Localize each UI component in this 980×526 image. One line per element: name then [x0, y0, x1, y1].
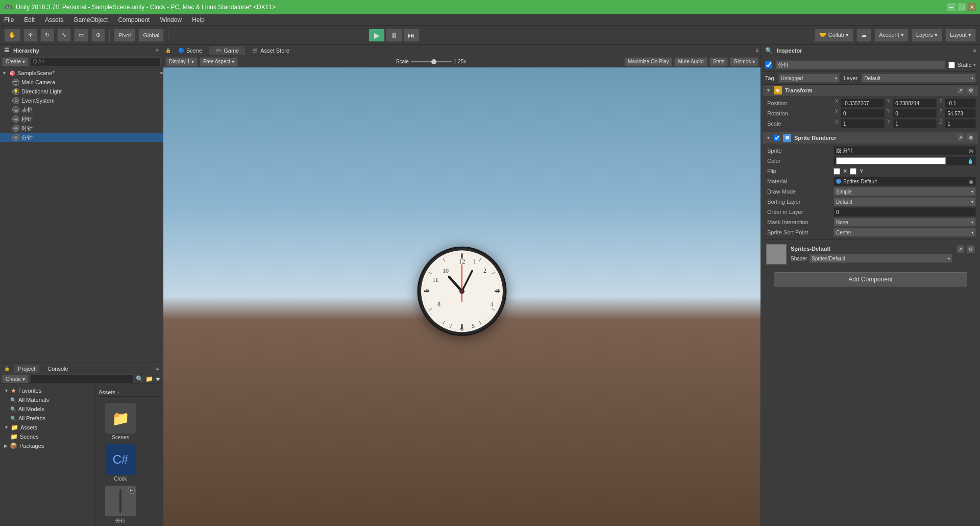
color-eyedropper-icon[interactable]: 💧	[967, 158, 973, 164]
cloud-button[interactable]: ☁	[856, 29, 871, 42]
add-component-button[interactable]: Add Component	[774, 272, 967, 286]
mute-button[interactable]: Mute Audio	[674, 57, 707, 66]
project-all-models[interactable]: 🔍 All Models	[0, 404, 94, 414]
rect-tool-button[interactable]: ▭	[74, 29, 88, 42]
flip-x-checkbox[interactable]	[834, 168, 840, 175]
order-layer-field[interactable]: 0	[834, 207, 976, 217]
flip-y-checkbox[interactable]	[850, 168, 856, 175]
pos-x-field[interactable]: -0.3357207	[841, 99, 885, 108]
account-button[interactable]: Account ▾	[874, 29, 909, 42]
project-scenes[interactable]: 📁 Scenes	[0, 432, 94, 441]
menu-gameobject[interactable]: GameObject	[71, 15, 110, 25]
menu-edit[interactable]: Edit	[22, 15, 37, 25]
rot-x-field[interactable]: 0	[841, 109, 885, 118]
scl-y-field[interactable]: 1	[893, 119, 937, 128]
transform-ref-icon[interactable]: ↗	[957, 86, 965, 94]
scl-z-field[interactable]: 1	[945, 119, 976, 128]
project-favorites-header[interactable]: ▼ ★ Favorites	[0, 386, 94, 395]
hierarchy-item-dirlight[interactable]: 💡 Directional Light	[0, 87, 163, 96]
hierarchy-item-eventsystem[interactable]: ⚙ EventSystem	[0, 96, 163, 105]
project-all-materials[interactable]: 🔍 All Materials	[0, 395, 94, 404]
object-active-checkbox[interactable]	[765, 61, 772, 68]
global-button[interactable]: Global	[138, 29, 164, 42]
static-checkbox[interactable]	[948, 62, 955, 68]
pivot-button[interactable]: Pivot	[114, 29, 135, 42]
move-tool-button[interactable]: ✛	[23, 29, 37, 42]
hierarchy-scene-root[interactable]: ▼ 🎯 SampleScene* ≡	[0, 68, 163, 78]
transform-tool-button[interactable]: ⊕	[91, 29, 105, 42]
collab-button[interactable]: 🤝 Collab ▾	[815, 29, 853, 42]
scene-tab[interactable]: 🔵 Scene	[172, 46, 208, 55]
material-ref-icon[interactable]: ↗	[957, 245, 965, 253]
project-folder-icon[interactable]: 📁	[145, 375, 153, 382]
layer-dropdown[interactable]: Default ▾	[862, 74, 976, 83]
maximize-button[interactable]: Maximize On Play	[624, 57, 673, 66]
hierarchy-search-input[interactable]	[31, 57, 161, 66]
sprite-renderer-header[interactable]: ▼ 🖼 Sprite Renderer ↗ ⚙	[763, 132, 978, 144]
project-create-button[interactable]: Create ▾	[2, 374, 29, 384]
maximize-button[interactable]: □	[958, 3, 966, 11]
play-button[interactable]: ▶	[369, 29, 385, 42]
close-button[interactable]: ✕	[968, 3, 976, 11]
menu-assets[interactable]: Assets	[43, 15, 65, 25]
tag-dropdown[interactable]: Untagged ▾	[778, 74, 840, 83]
sprite-field[interactable]: 🖼 分针 ◎	[834, 146, 976, 155]
project-star-icon[interactable]: ★	[155, 375, 161, 382]
hand-tool-button[interactable]: ✋	[4, 29, 20, 42]
sprite-renderer-menu-icon[interactable]: ⚙	[967, 134, 975, 142]
rot-z-field[interactable]: 54.573	[945, 109, 976, 118]
project-tab[interactable]: Project	[14, 365, 39, 373]
material-menu-icon[interactable]: ⚙	[967, 245, 975, 253]
material-field[interactable]: Sprites-Default ◎	[834, 177, 976, 186]
console-tab[interactable]: Console	[43, 365, 72, 373]
menu-component[interactable]: Component	[116, 15, 152, 25]
project-all-prefabs[interactable]: 🔍 All Prefabs	[0, 414, 94, 423]
asset-clock[interactable]: C# Clock	[103, 444, 138, 482]
sprite-select-icon[interactable]: ◎	[969, 148, 973, 154]
scale-tool-button[interactable]: ⤡	[57, 29, 71, 42]
sprite-renderer-enabled-checkbox[interactable]	[774, 135, 780, 141]
material-select-icon[interactable]: ◎	[969, 179, 973, 184]
draw-mode-dropdown[interactable]: Simple ▾	[834, 187, 976, 196]
sprite-renderer-ref-icon[interactable]: ↗	[957, 134, 965, 142]
hierarchy-item-shizhen[interactable]: ◎ 时针	[0, 124, 163, 133]
hierarchy-item-maincamera[interactable]: 📷 Main Camera	[0, 78, 163, 87]
stats-button[interactable]: Stats	[709, 57, 728, 66]
game-tab[interactable]: 🎮 Game	[209, 46, 245, 55]
transform-header[interactable]: ▼ ⊕ Transform ↗ ⚙	[763, 85, 978, 96]
rotate-tool-button[interactable]: ↻	[40, 29, 54, 42]
inspector-menu-icon[interactable]: ≡	[973, 48, 976, 53]
sorting-layer-dropdown[interactable]: Default ▾	[834, 197, 976, 206]
asset-store-tab[interactable]: 🛒 Asset Store	[246, 46, 296, 55]
bottom-menu-icon[interactable]: ≡	[156, 366, 159, 371]
rot-y-field[interactable]: 0	[893, 109, 937, 118]
hierarchy-item-biaokuang[interactable]: ◎ 表框	[0, 105, 163, 114]
search-icon[interactable]: 🔍	[136, 375, 143, 382]
color-field[interactable]: 💧	[834, 156, 976, 165]
hierarchy-create-button[interactable]: Create ▾	[2, 57, 29, 66]
gizmos-button[interactable]: Gizmos ▾	[730, 57, 758, 66]
asset-fenzhen[interactable]: ▶ 分针	[103, 486, 138, 524]
pause-button[interactable]: ⏸	[386, 29, 402, 42]
hierarchy-item-fenzhen[interactable]: ◎ 分针	[0, 133, 163, 142]
menu-file[interactable]: File	[2, 15, 16, 25]
hierarchy-menu-icon[interactable]: ≡	[156, 47, 159, 54]
view-menu-icon[interactable]: ≡	[756, 48, 758, 53]
scl-x-field[interactable]: 1	[841, 119, 885, 128]
project-packages-header[interactable]: ▶ 📦 Packages	[0, 441, 94, 450]
menu-window[interactable]: Window	[158, 15, 184, 25]
display-button[interactable]: Display 1 ▾	[165, 57, 198, 66]
project-assets-header[interactable]: ▼ 📁 Assets	[0, 423, 94, 432]
object-name-input[interactable]	[775, 60, 945, 69]
minimize-button[interactable]: ─	[947, 3, 955, 11]
title-bar-controls[interactable]: ─ □ ✕	[947, 3, 976, 11]
asset-scenes[interactable]: 📁 Scenes	[103, 403, 138, 440]
mask-dropdown[interactable]: None ▾	[834, 218, 976, 227]
aspect-button[interactable]: Free Aspect ▾	[200, 57, 238, 66]
sprite-sort-dropdown[interactable]: Center ▾	[834, 228, 976, 237]
scene-menu-icon[interactable]: ≡	[160, 70, 163, 76]
pos-z-field[interactable]: -0.1	[945, 99, 976, 108]
color-swatch[interactable]	[836, 157, 946, 164]
step-button[interactable]: ⏭	[403, 29, 420, 42]
project-search-input[interactable]	[31, 374, 134, 384]
